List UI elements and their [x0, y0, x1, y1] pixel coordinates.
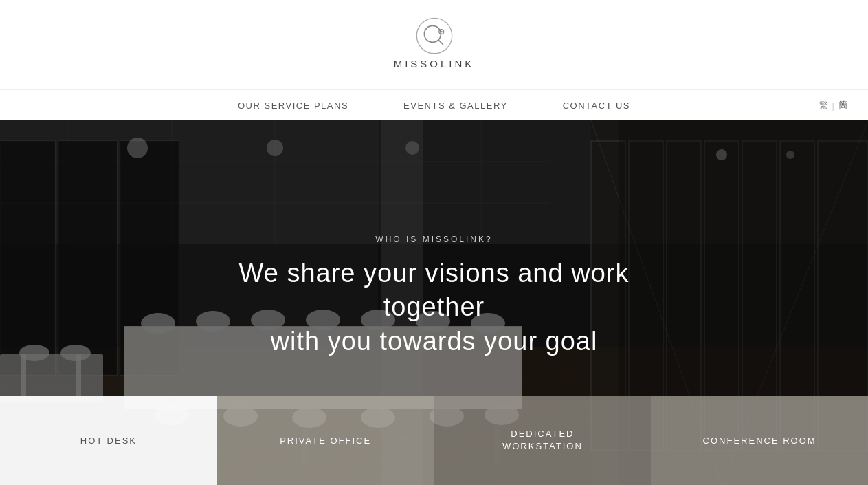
nav: OUR SERVICE PLANS EVENTS & GALLERY CONTA…	[0, 89, 868, 120]
header: MISSOLINK	[0, 0, 868, 89]
hero-title-line1: We share your visions and work together	[239, 259, 630, 321]
logo-container: MISSOLINK	[394, 15, 475, 69]
card-conference-room[interactable]: CONFERENCE ROOM	[651, 396, 868, 485]
logo-text: MISSOLINK	[394, 58, 475, 69]
nav-links: OUR SERVICE PLANS EVENTS & GALLERY CONTA…	[238, 99, 630, 111]
card-conference-room-label: CONFERENCE ROOM	[703, 435, 816, 446]
svg-point-4	[441, 30, 443, 32]
lang-traditional[interactable]: 繁	[819, 99, 828, 111]
svg-point-1	[424, 25, 441, 42]
hero-section: WHO IS MISSOLINK? We share your visions …	[0, 120, 868, 485]
nav-link-service-plans[interactable]: OUR SERVICE PLANS	[238, 100, 348, 111]
card-hot-desk[interactable]: HOT DESK	[0, 396, 217, 485]
logo-icon	[414, 15, 455, 56]
service-cards: HOT DESK PRIVATE OFFICE DEDICATED WORKST…	[0, 396, 868, 485]
card-private-office-label: PRIVATE OFFICE	[280, 435, 371, 446]
lang-divider: |	[832, 100, 834, 111]
card-hot-desk-label: HOT DESK	[80, 435, 137, 446]
card-private-office[interactable]: PRIVATE OFFICE	[217, 396, 434, 485]
nav-item-events-gallery[interactable]: EVENTS & GALLERY	[403, 99, 508, 111]
nav-item-contact-us[interactable]: CONTACT US	[563, 99, 630, 111]
hero-text: WHO IS MISSOLINK? We share your visions …	[194, 235, 675, 358]
hero-title-line2: with you towards your goal	[271, 327, 598, 356]
lang-simplified[interactable]: 簡	[838, 99, 847, 111]
hero-subtitle: WHO IS MISSOLINK?	[194, 235, 675, 244]
nav-lang: 繁 | 簡	[819, 99, 847, 111]
hero-title: We share your visions and work together …	[194, 257, 675, 358]
nav-item-service-plans[interactable]: OUR SERVICE PLANS	[238, 99, 348, 111]
card-dedicated-workstation-label: DEDICATED WORKSTATION	[502, 428, 583, 453]
svg-point-0	[416, 18, 452, 53]
svg-line-2	[438, 40, 443, 45]
nav-link-events-gallery[interactable]: EVENTS & GALLERY	[403, 100, 508, 111]
card-dedicated-workstation[interactable]: DEDICATED WORKSTATION	[434, 396, 652, 485]
nav-link-contact-us[interactable]: CONTACT US	[563, 100, 630, 111]
